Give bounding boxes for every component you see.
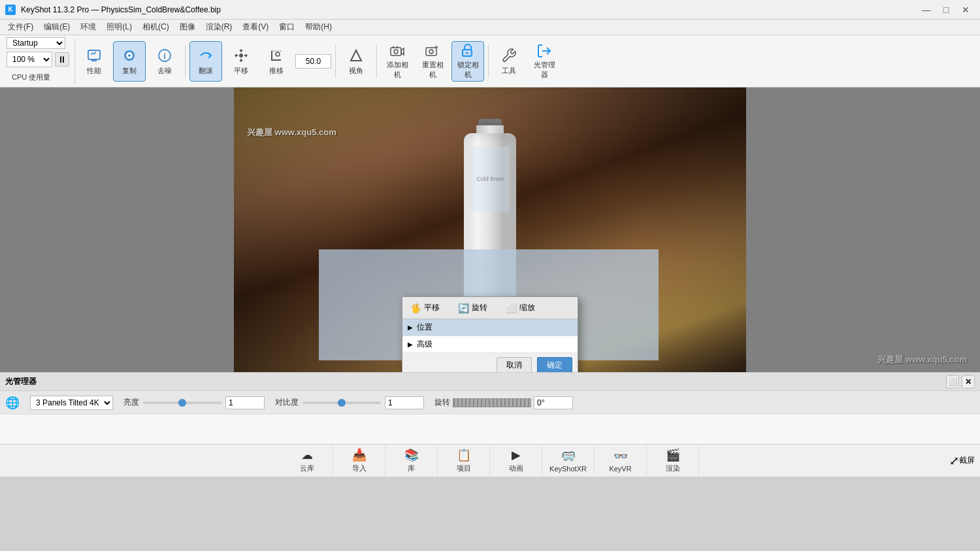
advanced-label: 高级 [417,339,433,350]
menu-item-3[interactable]: 照明(L) [101,20,137,35]
contrast-group: 对比度 [275,396,424,409]
light-manager-icon [535,43,553,59]
workspace-dropdown[interactable]: Startup [7,37,65,49]
brightness-value[interactable] [225,396,265,409]
position-arrow: ▶ [408,324,413,331]
move-button[interactable]: 推移 [260,41,293,82]
menu-item-8[interactable]: 窗口 [274,20,300,35]
svg-point-8 [239,54,243,57]
rotation-bar[interactable] [453,398,531,407]
menu-item-6[interactable]: 渲染(R) [201,20,238,35]
performance-icon [85,46,103,65]
light-manager-title: 光管理器 [5,376,37,387]
viewangle-button[interactable]: 视角 [340,41,372,82]
info-button[interactable]: i 去噪 [148,41,181,82]
library-button[interactable]: 📚 库 [385,445,438,477]
render-label: 渲染 [666,464,680,473]
performance-button[interactable]: 性能 [78,41,110,82]
titlebar-left: K KeyShot 11.3.2 Pro — PhysicsSim_ColdBr… [5,5,221,15]
rotation-group: 旋转 [434,396,573,409]
import-button[interactable]: 📥 导入 [333,445,385,477]
add-camera-button[interactable]: 添加相机 [381,41,414,82]
zoom-dropdown[interactable]: 100 % [7,52,52,67]
viewangle-icon [347,46,365,65]
keyshotxr-icon: 🥽 [561,449,576,464]
info-icon: i [155,46,174,65]
light-manager-header: 光管理器 ⬜ ✕ [0,373,980,391]
bottom-bar: ☁ 云库 📥 导入 📚 库 📋 项目 ▶ 动画 🥽 KeyShotXR 👓 Ke… [0,444,980,477]
watermark2: 兴趣屋 www.xqu5.com [877,354,967,366]
render-button[interactable]: 🎬 渲染 [647,445,699,477]
menu-item-9[interactable]: 帮助(H) [300,20,337,35]
svg-text:i: i [163,51,166,61]
pause-button[interactable]: ⏸ [55,52,69,67]
reset-camera-label: 重置相机 [419,60,446,80]
advanced-row[interactable]: ▶ 高级 [402,336,578,353]
lm-expand-button[interactable]: ⬜ [946,375,959,388]
cloud-button[interactable]: ☁ 云库 [281,445,333,477]
close-button[interactable]: ✕ [956,1,975,19]
cancel-button[interactable]: 取消 [497,357,532,372]
tab-scale[interactable]: ⬜ 缩放 [503,301,538,315]
menu-item-2[interactable]: 环境 [75,20,101,35]
realtime-button[interactable]: 复制 [113,41,146,82]
import-label: 导入 [352,464,367,473]
svg-point-12 [394,50,398,54]
light-content-area [0,415,980,445]
flip-button[interactable]: 翻滚 [189,41,222,82]
menu-item-7[interactable]: 查看(V) [237,20,274,35]
screenshot-button[interactable]: ⤢ 截屏 [949,445,975,477]
tab-pan[interactable]: 🖐 平移 [408,301,442,315]
svg-marker-10 [351,50,361,61]
cloud-icon: ☁ [301,448,313,462]
contrast-value[interactable] [385,396,424,409]
ok-button[interactable]: 确定 [537,357,572,372]
contrast-slider[interactable] [302,401,381,404]
number-field[interactable] [295,54,331,69]
maximize-button[interactable]: □ [937,1,955,19]
rotation-label: 旋转 [434,397,450,408]
menu-item-4[interactable]: 相机(C) [137,20,174,35]
move-icon [267,46,286,65]
main-viewport[interactable]: Cold Brew 兴趣屋 www.xqu5.com 🖐 平移 🔄 旋转 ⬜ 缩… [0,87,980,372]
lock-camera-button[interactable]: 锁定相机 [451,41,484,82]
animation-button[interactable]: ▶ 动画 [490,445,542,477]
light-manager-button[interactable]: 光管理器 [528,41,561,82]
lm-close-button[interactable]: ✕ [962,375,975,388]
minimize-button[interactable]: — [917,1,936,19]
tab-rotate[interactable]: 🔄 旋转 [455,301,490,315]
menu-item-5[interactable]: 图像 [174,20,201,35]
cpu-label: CPU 使用量 [12,72,50,82]
menu-item-0[interactable]: 文件(F) [3,20,39,35]
rotation-value[interactable] [534,396,573,409]
brightness-slider[interactable] [143,401,221,404]
svg-point-5 [128,54,131,57]
svg-point-9 [276,52,280,56]
viewangle-label: 视角 [349,66,363,76]
projects-button[interactable]: 📋 项目 [438,445,490,477]
environment-select[interactable]: 3 Panels Tilted 4K [30,396,113,410]
light-controls: 🌐 3 Panels Tilted 4K 亮度 对比度 旋转 [0,391,980,415]
titlebar: K KeyShot 11.3.2 Pro — PhysicsSim_ColdBr… [0,0,980,20]
camera-transform-dialog: 🖐 平移 🔄 旋转 ⬜ 缩放 ▶ 位置 ▶ 高级 取消 确定 [402,296,578,372]
scale-tab-icon: ⬜ [506,303,517,313]
pan-button[interactable]: 平移 [225,41,257,82]
svg-point-15 [429,50,433,54]
keyvr-button[interactable]: 👓 KeyVR [595,445,647,477]
render-icon: 🎬 [666,448,680,462]
tools-icon [500,46,518,65]
import-icon: 📥 [352,448,367,462]
position-row[interactable]: ▶ 位置 [402,319,578,336]
lock-camera-label: 锁定相机 [455,60,481,80]
move-label: 推移 [269,66,284,76]
svg-point-17 [466,52,468,54]
projects-label: 项目 [457,464,471,473]
keyshotxr-button[interactable]: 🥽 KeyShotXR [542,445,595,477]
cloud-label: 云库 [300,464,314,473]
dialog-tab-bar: 🖐 平移 🔄 旋转 ⬜ 缩放 [402,297,578,319]
tools-button[interactable]: 工具 [493,41,525,82]
reset-camera-button[interactable]: 重置相机 [416,41,449,82]
menu-item-1[interactable]: 编辑(E) [39,20,75,35]
keyvr-label: KeyVR [609,465,631,473]
pan-icon [232,46,250,65]
